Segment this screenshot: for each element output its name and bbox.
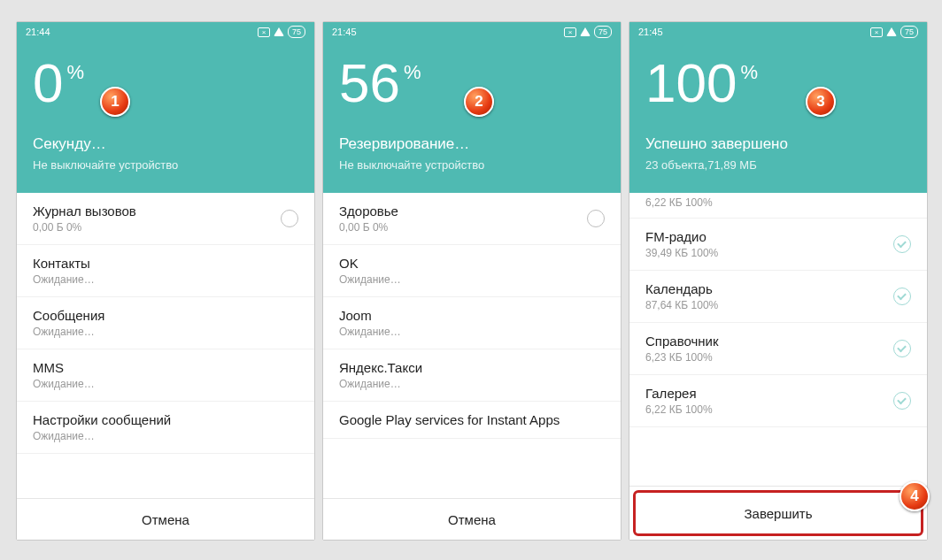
radio-unchecked-icon [587, 210, 605, 227]
list-item: OKОжидание… [323, 245, 621, 297]
check-done-icon [893, 340, 911, 357]
footer-bar: Отмена [17, 498, 314, 540]
item-title: MMS [33, 360, 95, 375]
header-subtitle: Не выключайте устройство [339, 158, 605, 172]
list-item: Справочник6,23 КБ 100% [629, 323, 927, 375]
check-done-icon [893, 235, 911, 253]
item-subtitle: 39,49 КБ 100% [645, 247, 718, 259]
header-subtitle: 23 объекта,71,89 МБ [645, 158, 911, 172]
item-list[interactable]: 6,22 КБ 100%FM-радио39,49 КБ 100%Календа… [629, 193, 927, 427]
item-subtitle: 6,22 КБ 100% [645, 196, 911, 209]
list-item: Журнал вызовов0,00 Б 0% [17, 193, 314, 245]
radio-unchecked-icon [281, 210, 298, 227]
item-title: Календарь [645, 281, 718, 296]
item-title: OK [339, 256, 401, 271]
cancel-button[interactable]: Отмена [17, 499, 314, 540]
no-sim-icon: × [258, 27, 270, 37]
list-item: Здоровье0,00 Б 0% [323, 193, 621, 245]
list-item-partial: 6,22 КБ 100% [629, 193, 927, 219]
item-title: Справочник [645, 334, 719, 349]
progress-header: 56%Резервирование…Не выключайте устройст… [323, 42, 621, 193]
wifi-icon [274, 27, 284, 36]
item-subtitle: 87,64 КБ 100% [645, 299, 718, 311]
phone-screen-3: 21:45×75100%Успешно завершено23 объекта,… [629, 21, 928, 541]
header-title: Секунду… [33, 135, 298, 153]
percent-sign: % [404, 61, 421, 84]
battery-icon: 75 [900, 26, 918, 38]
progress-percent-value: 56 [339, 56, 400, 111]
percent-sign: % [66, 61, 84, 84]
list-item: FM-радио39,49 КБ 100% [629, 219, 927, 271]
callout-badge: 4 [900, 481, 930, 511]
callout-badge: 3 [806, 87, 836, 117]
progress-percent-value: 0 [33, 56, 63, 111]
status-time: 21:44 [26, 27, 50, 37]
item-title: FM-радио [645, 229, 718, 244]
progress-percent-value: 100 [645, 56, 737, 111]
check-done-icon [893, 288, 911, 305]
list-item: КонтактыОжидание… [17, 245, 314, 297]
no-sim-icon: × [870, 27, 883, 37]
list-item: JoomОжидание… [323, 297, 621, 349]
item-subtitle: 6,23 КБ 100% [645, 351, 719, 364]
item-subtitle: Ожидание… [33, 326, 104, 338]
header-title: Резервирование… [339, 135, 605, 153]
item-title: Здоровье [339, 203, 398, 219]
wifi-icon [886, 27, 897, 36]
no-sim-icon: × [564, 27, 576, 37]
status-right: ×75 [870, 26, 918, 38]
item-subtitle: Ожидание… [339, 378, 422, 390]
item-title: Google Play services for Instant Apps [339, 412, 560, 427]
check-done-icon [893, 392, 911, 410]
item-subtitle: Ожидание… [33, 273, 95, 286]
item-title: Яндекс.Такси [339, 360, 422, 375]
list-item: Галерея6,22 КБ 100% [629, 375, 927, 427]
callout-badge: 1 [100, 87, 130, 117]
phone-screen-1: 21:44×750%Секунду…Не выключайте устройст… [16, 21, 315, 541]
status-bar: 21:45×75 [323, 22, 621, 42]
footer-bar: Завершить [629, 486, 927, 540]
item-list[interactable]: Журнал вызовов0,00 Б 0%КонтактыОжидание…… [17, 193, 314, 454]
item-title: Сообщения [33, 308, 104, 323]
progress-header: 100%Успешно завершено23 объекта,71,89 МБ [629, 42, 927, 193]
header-subtitle: Не выключайте устройство [33, 158, 298, 172]
progress-header: 0%Секунду…Не выключайте устройство [17, 42, 314, 193]
item-title: Контакты [33, 256, 95, 271]
wifi-icon [580, 27, 591, 36]
item-title: Joom [339, 308, 401, 323]
item-title: Журнал вызовов [33, 203, 136, 219]
list-item: MMSОжидание… [17, 349, 314, 402]
item-list[interactable]: Здоровье0,00 Б 0%OKОжидание…JoomОжидание… [323, 193, 621, 439]
battery-icon: 75 [288, 26, 305, 38]
item-subtitle: Ожидание… [339, 273, 401, 286]
status-time: 21:45 [332, 27, 357, 37]
status-right: ×75 [258, 26, 305, 38]
item-title: Галерея [645, 386, 713, 401]
status-right: ×75 [564, 26, 612, 38]
list-item: Календарь87,64 КБ 100% [629, 271, 927, 323]
list-item: Яндекс.ТаксиОжидание… [323, 349, 621, 402]
item-subtitle: 6,22 КБ 100% [645, 403, 713, 416]
header-title: Успешно завершено [645, 135, 911, 153]
finish-button[interactable]: Завершить [633, 490, 923, 536]
list-item: СообщенияОжидание… [17, 297, 314, 349]
battery-icon: 75 [594, 26, 612, 38]
status-time: 21:45 [638, 27, 663, 37]
list-item: Google Play services for Instant Apps [323, 402, 621, 439]
item-subtitle: 0,00 Б 0% [33, 221, 136, 234]
item-subtitle: 0,00 Б 0% [339, 221, 398, 234]
status-bar: 21:44×75 [17, 22, 314, 42]
callout-badge: 2 [464, 87, 494, 117]
item-subtitle: Ожидание… [339, 326, 401, 338]
status-bar: 21:45×75 [629, 22, 927, 42]
footer-bar: Отмена [323, 498, 621, 540]
item-subtitle: Ожидание… [33, 430, 171, 442]
list-item: Настройки сообщенийОжидание… [17, 402, 314, 454]
item-title: Настройки сообщений [33, 412, 171, 427]
item-subtitle: Ожидание… [33, 378, 95, 390]
cancel-button[interactable]: Отмена [323, 499, 621, 540]
percent-sign: % [740, 61, 758, 84]
